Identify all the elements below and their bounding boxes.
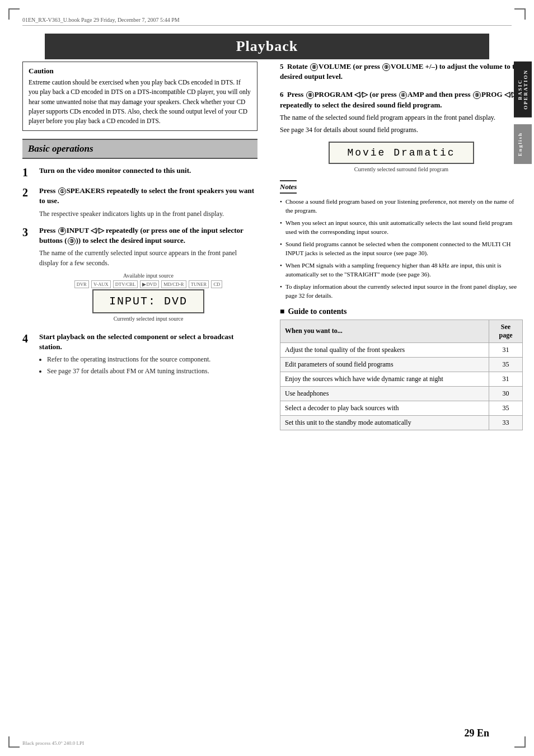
- note-item-5: To display information about the current…: [280, 282, 523, 300]
- step-6-body2: See page 34 for details about sound fiel…: [280, 125, 523, 135]
- step-4: 4 Start playback on the selected compone…: [22, 332, 257, 378]
- step-3-body: The name of the currently selected input…: [39, 248, 257, 268]
- step-3: 3 Press ⑧INPUT ◁/▷ repeatedly (or press …: [22, 226, 257, 325]
- guide-cell-want-1: Edit parameters of sound field programs: [280, 357, 489, 372]
- step-4-bullet2: See page 37 for details about FM or AM t…: [47, 366, 257, 376]
- right-column: 5 Rotate ⑧VOLUME (or press ⑨VOLUME +/–) …: [280, 62, 523, 430]
- guide-title: Guide to contents: [280, 307, 523, 316]
- step-4-body: Refer to the operating instructions for …: [39, 354, 257, 376]
- guide-cell-page-5: 33: [489, 415, 523, 430]
- corner-mark-br: [514, 736, 526, 748]
- guide-cell-page-0: 31: [489, 342, 523, 357]
- caution-title: Caution: [29, 67, 251, 76]
- footer-text: Black process 45.0° 240.0 LPI: [22, 740, 84, 746]
- step-1-content: Turn on the video monitor connected to t…: [39, 166, 257, 178]
- note-item-4: When PCM signals with a sampling frequen…: [280, 261, 523, 279]
- step-3-number: 3: [22, 226, 36, 239]
- step-6-title: 6 Press ⑧PROGRAM ◁/▷ (or press ④AMP and …: [280, 90, 523, 110]
- guide-row-1: Edit parameters of sound field programs3…: [280, 357, 523, 372]
- guide-row-4: Select a decoder to play back sources wi…: [280, 401, 523, 415]
- side-tab-basic-operation: BASICOPERATION: [514, 62, 532, 118]
- caution-box: Caution Extreme caution should be exerci…: [22, 62, 257, 131]
- file-info: 01EN_RX-V363_U.book Page 29 Friday, Dece…: [22, 17, 180, 23]
- step-2-title: Press ①SPEAKERS repeatedly to select the…: [39, 186, 257, 206]
- caution-text: Extreme caution should be exercised when…: [29, 78, 251, 126]
- main-content: Caution Extreme caution should be exerci…: [22, 62, 512, 711]
- input-display-box: INPUT: DVD: [92, 289, 204, 313]
- step-3-content: Press ⑧INPUT ◁/▷ repeatedly (or press on…: [39, 226, 257, 325]
- page-title: Playback: [236, 38, 298, 54]
- guide-cell-want-0: Adjust the tonal quality of the front sp…: [280, 342, 489, 357]
- guide-cell-want-3: Use headphones: [280, 386, 489, 401]
- guide-cell-page-3: 30: [489, 386, 523, 401]
- input-source-bar: DVR V-AUX DTV/CBL ▶DVD MD/CD-R TUNER CD: [39, 280, 257, 288]
- guide-row-0: Adjust the tonal quality of the front sp…: [280, 342, 523, 357]
- movie-display-wrapper: Movie Dramatic Currently selected surrou…: [280, 142, 523, 172]
- guide-cell-page-4: 35: [489, 401, 523, 415]
- src-dvr: DVR: [74, 280, 89, 288]
- step-2: 2 Press ①SPEAKERS repeatedly to select t…: [22, 186, 257, 218]
- header-bar: 01EN_RX-V363_U.book Page 29 Friday, Dece…: [22, 17, 512, 26]
- corner-mark-tr: [514, 8, 526, 20]
- step-2-number: 2: [22, 186, 36, 199]
- notes-list: Choose a sound field program based on yo…: [280, 197, 523, 300]
- guide-cell-page-1: 35: [489, 357, 523, 372]
- guide-cell-page-2: 31: [489, 372, 523, 386]
- corner-mark-tl: [8, 8, 20, 20]
- guide-row-2: Enjoy the sources which have wide dynami…: [280, 372, 523, 386]
- step-6-body1: The name of the selected sound field pro…: [280, 112, 523, 123]
- step-5: 5 Rotate ⑧VOLUME (or press ⑨VOLUME +/–) …: [280, 62, 523, 82]
- page-number: 29 En: [464, 727, 489, 739]
- movie-display-box: Movie Dramatic: [329, 142, 474, 164]
- step-1-title: Turn on the video monitor connected to t…: [39, 166, 257, 176]
- available-input-label: Available input source: [39, 273, 257, 279]
- guide-row-5: Set this unit to the standby mode automa…: [280, 415, 523, 430]
- src-tuner: TUNER: [189, 280, 209, 288]
- corner-mark-bl: [8, 736, 20, 748]
- src-dtv: DTV/CBL: [113, 280, 138, 288]
- note-item-1: Choose a sound field program based on yo…: [280, 197, 523, 215]
- notes-title: Notes: [280, 180, 297, 194]
- guide-col2-header: Seepage: [489, 320, 523, 342]
- step-5-title: 5 Rotate ⑧VOLUME (or press ⑨VOLUME +/–) …: [280, 62, 523, 82]
- movie-display-caption: Currently selected surround field progra…: [280, 166, 523, 172]
- section-header: Basic operations: [22, 139, 257, 159]
- notes-box: Notes Choose a sound field program based…: [280, 180, 523, 300]
- note-item-2: When you select an input source, this un…: [280, 218, 523, 237]
- step-4-content: Start playback on the selected component…: [39, 332, 257, 378]
- step-6: 6 Press ⑧PROGRAM ◁/▷ (or press ④AMP and …: [280, 90, 523, 172]
- src-mdcdr: MD/CD-R: [161, 280, 186, 288]
- page-container: 01EN_RX-V363_U.book Page 29 Friday, Dece…: [0, 0, 534, 756]
- step-2-content: Press ①SPEAKERS repeatedly to select the…: [39, 186, 257, 218]
- guide-title-text: Guide to contents: [288, 307, 346, 316]
- step-4-bullet1: Refer to the operating instructions for …: [47, 354, 257, 364]
- src-dvd: ▶DVD: [140, 280, 158, 288]
- input-display-caption: Currently selected input source: [39, 316, 257, 322]
- note-item-3: Sound field programs cannot be selected …: [280, 240, 523, 258]
- page-title-banner: Playback: [45, 34, 489, 59]
- guide-row-3: Use headphones30: [280, 386, 523, 401]
- src-cd: CD: [211, 280, 222, 288]
- step-1: 1 Turn on the video monitor connected to…: [22, 166, 257, 179]
- step-1-number: 1: [22, 166, 36, 179]
- side-tab-english: English: [514, 124, 532, 164]
- guide-col1-header: When you want to...: [280, 320, 489, 342]
- step-4-number: 4: [22, 332, 36, 345]
- input-display-wrapper: Available input source DVR V-AUX DTV/CBL…: [39, 273, 257, 322]
- src-vaux: V-AUX: [91, 280, 111, 288]
- guide-cell-want-4: Select a decoder to play back sources wi…: [280, 401, 489, 415]
- step-2-body: The respective speaker indicators lights…: [39, 209, 257, 219]
- side-tabs: BASICOPERATION English: [514, 62, 532, 164]
- guide-table: When you want to... Seepage Adjust the t…: [280, 320, 523, 430]
- step-3-title: Press ⑧INPUT ◁/▷ repeatedly (or press on…: [39, 226, 257, 246]
- step-4-title: Start playback on the selected component…: [39, 332, 257, 352]
- guide-cell-want-5: Set this unit to the standby mode automa…: [280, 415, 489, 430]
- guide-cell-want-2: Enjoy the sources which have wide dynami…: [280, 372, 489, 386]
- left-column: Caution Extreme caution should be exerci…: [22, 62, 257, 384]
